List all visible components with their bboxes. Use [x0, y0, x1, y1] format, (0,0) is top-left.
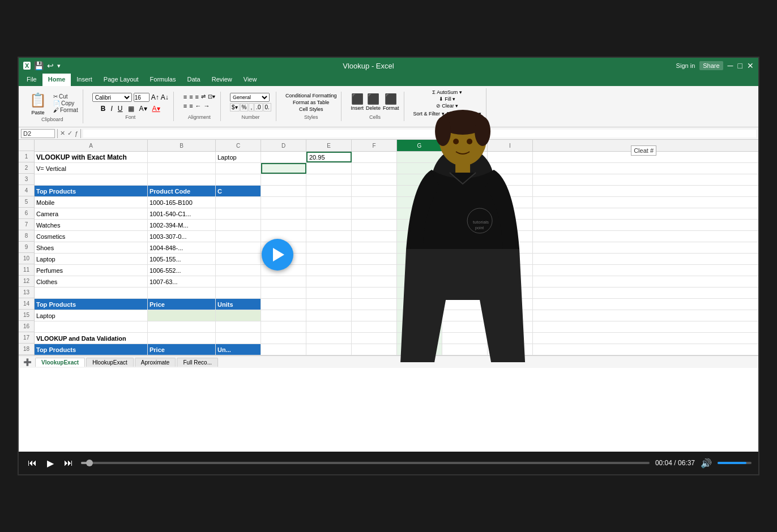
cell-b14[interactable]: Price: [148, 299, 216, 310]
cell-c7[interactable]: [216, 220, 261, 230]
sheet-tab-fullreco[interactable]: Full Reco...: [177, 358, 218, 367]
redo-icon[interactable]: ▾: [57, 62, 61, 70]
cell-b18[interactable]: Price: [148, 344, 216, 355]
rewind-button[interactable]: ⏮: [25, 457, 39, 469]
tab-home[interactable]: Home: [42, 74, 71, 86]
number-format-select[interactable]: General: [230, 93, 270, 102]
indent-dec-icon[interactable]: ←: [195, 102, 202, 110]
cell-a11[interactable]: Perfumes: [35, 265, 148, 276]
cell-a9[interactable]: Shoes: [35, 242, 148, 253]
align-top-left-icon[interactable]: ≡: [183, 93, 187, 101]
cell-c12[interactable]: [216, 276, 261, 287]
dec-inc-btn[interactable]: .0: [254, 103, 262, 111]
cell-b15[interactable]: [148, 310, 216, 321]
font-color-button[interactable]: A▾: [151, 104, 162, 113]
tab-file[interactable]: File: [21, 74, 42, 86]
cell-b13[interactable]: [148, 288, 216, 298]
cell-c11[interactable]: [216, 265, 261, 276]
align-top-right-icon[interactable]: ≡: [195, 93, 199, 101]
tab-formulas[interactable]: Formulas: [144, 74, 182, 86]
cell-b3[interactable]: [148, 174, 216, 185]
cell-c16[interactable]: [216, 321, 261, 332]
restore-icon[interactable]: □: [738, 61, 742, 70]
tab-review[interactable]: Review: [206, 74, 238, 86]
comma-btn[interactable]: ,: [249, 103, 254, 111]
cell-c6[interactable]: [216, 208, 261, 219]
cell-b2[interactable]: [148, 163, 216, 174]
cell-a16[interactable]: [35, 321, 148, 332]
play-pause-button[interactable]: ▶: [45, 457, 56, 470]
cell-c2[interactable]: [216, 163, 261, 174]
align-bottom-left-icon[interactable]: ≡: [183, 102, 187, 110]
font-size-input[interactable]: [134, 93, 150, 102]
cell-a14[interactable]: Top Products: [35, 299, 148, 310]
cell-a8[interactable]: Cosmetics: [35, 231, 148, 242]
cell-a2[interactable]: V= Vertical: [35, 163, 148, 174]
wrap-text-icon[interactable]: ⇌: [200, 93, 206, 101]
cell-a4[interactable]: Top Products: [35, 186, 148, 196]
dec-dec-btn[interactable]: 0.: [263, 103, 271, 111]
undo-icon[interactable]: ↩: [47, 61, 54, 70]
font-grow-icon[interactable]: A↑: [151, 93, 159, 101]
cell-a10[interactable]: Laptop: [35, 254, 148, 264]
share-button[interactable]: Share: [699, 61, 723, 70]
cell-a7[interactable]: Watches: [35, 220, 148, 230]
cell-b5[interactable]: 1000-165-B100: [148, 197, 216, 208]
format-painter-label[interactable]: Format: [60, 107, 78, 113]
cell-a13[interactable]: [35, 288, 148, 298]
sheet-tab-vlookupexact[interactable]: VlookupExact: [35, 358, 85, 367]
cell-c10[interactable]: [216, 254, 261, 264]
currency-btn[interactable]: $▾: [230, 103, 240, 111]
cell-c4[interactable]: C: [216, 186, 261, 196]
formula-cancel-icon[interactable]: ✕: [60, 130, 65, 137]
merge-center-icon[interactable]: ⊡▾: [207, 93, 216, 101]
save-icon[interactable]: 💾: [34, 61, 44, 70]
cell-a6[interactable]: Camera: [35, 208, 148, 219]
fast-forward-button[interactable]: ⏭: [62, 457, 75, 469]
volume-icon[interactable]: 🔊: [701, 458, 712, 469]
cell-c9[interactable]: [216, 242, 261, 253]
cell-a5[interactable]: Mobile: [35, 197, 148, 208]
cell-c1[interactable]: Laptop: [216, 152, 261, 162]
cell-b17[interactable]: [148, 333, 216, 344]
cell-a1[interactable]: VLOOKUP with Exact Match: [35, 152, 148, 162]
cell-b4[interactable]: Product Code: [148, 186, 216, 196]
cell-a18[interactable]: Top Products: [35, 344, 148, 355]
cell-c15[interactable]: [216, 310, 261, 321]
cell-b6[interactable]: 1001-540-C1...: [148, 208, 216, 219]
align-top-center-icon[interactable]: ≡: [189, 93, 193, 101]
cell-c13[interactable]: [216, 288, 261, 298]
cell-c5[interactable]: [216, 197, 261, 208]
tab-page-layout[interactable]: Page Layout: [98, 74, 144, 86]
cell-c3[interactable]: [216, 174, 261, 185]
bold-button[interactable]: B: [99, 104, 108, 113]
formula-confirm-icon[interactable]: ✓: [67, 130, 72, 137]
cell-b12[interactable]: 1007-63...: [148, 276, 216, 287]
minimize-icon[interactable]: ─: [728, 61, 733, 70]
copy-label[interactable]: Copy: [61, 100, 74, 106]
new-sheet-icon[interactable]: ➕: [21, 358, 34, 367]
progress-bar[interactable]: [81, 462, 650, 464]
play-button[interactable]: [262, 239, 293, 271]
cell-b1[interactable]: [148, 152, 216, 162]
underline-button[interactable]: U: [116, 104, 125, 113]
col-header-a[interactable]: A: [35, 140, 148, 151]
cell-c14[interactable]: Units: [216, 299, 261, 310]
font-shrink-icon[interactable]: A↓: [161, 93, 169, 101]
name-box[interactable]: [21, 129, 55, 138]
tab-insert[interactable]: Insert: [71, 74, 98, 86]
italic-button[interactable]: I: [109, 104, 114, 113]
percent-btn[interactable]: %: [240, 103, 249, 111]
cut-label[interactable]: Cut: [59, 93, 68, 100]
cell-a12[interactable]: Clothes: [35, 276, 148, 287]
cell-b11[interactable]: 1006-552...: [148, 265, 216, 276]
tab-data[interactable]: Data: [181, 74, 206, 86]
cell-a15[interactable]: Laptop: [35, 310, 148, 321]
cell-b16[interactable]: [148, 321, 216, 332]
font-name-select[interactable]: Calibri: [92, 93, 132, 102]
sheet-tab-hlookupexact[interactable]: HlookupExact: [86, 358, 134, 367]
align-bottom-center-icon[interactable]: ≡: [189, 102, 193, 110]
col-header-b[interactable]: B: [148, 140, 216, 151]
sheet-tab-aproximate[interactable]: Aproximate: [135, 358, 176, 367]
signin-link[interactable]: Sign in: [676, 62, 695, 69]
